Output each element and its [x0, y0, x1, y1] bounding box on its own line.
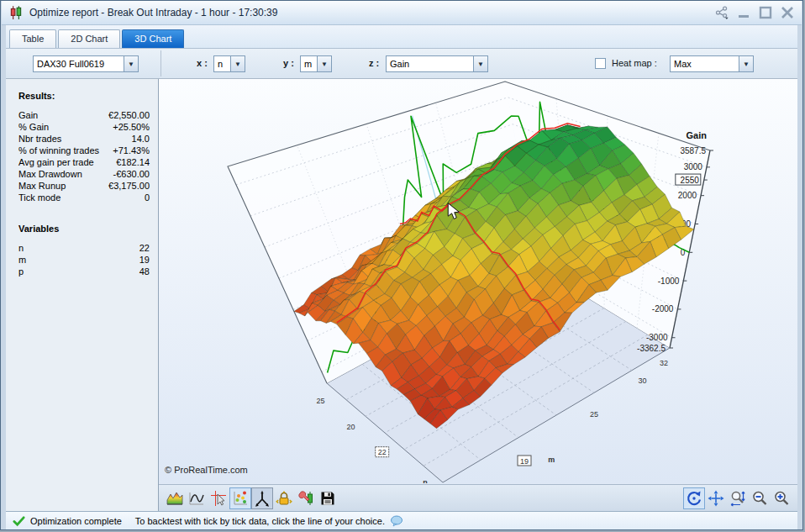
- result-row: % Gain+25.50%: [6, 121, 158, 133]
- chart-area: 3587.530002550200010000-1000-2000-3000-3…: [159, 79, 797, 511]
- tab-3d-chart[interactable]: 3D Chart: [122, 29, 184, 48]
- chevron-down-icon[interactable]: ▼: [739, 56, 753, 71]
- result-value: 14.0: [132, 133, 150, 145]
- svg-text:30: 30: [638, 377, 646, 385]
- zoom-in-button[interactable]: [771, 487, 792, 509]
- variable-label: m: [18, 254, 26, 266]
- svg-text:Gain: Gain: [687, 130, 708, 140]
- result-row: Max Drawdown-€630.00: [6, 168, 158, 180]
- candlestick-icon: [8, 5, 24, 20]
- instrument-select-value: DAX30 Full0619: [34, 59, 124, 69]
- result-value: 0: [145, 192, 150, 203]
- chart-toolbar: [159, 484, 797, 511]
- result-row: % of winning trades+71.43%: [6, 145, 158, 156]
- surface-chart-button[interactable]: [164, 487, 186, 509]
- result-row: Gain€2,550.00: [6, 109, 158, 121]
- copyright-label: © ProRealTime.com: [165, 465, 248, 475]
- toolbar-separator: [160, 50, 161, 76]
- curve-chart-button[interactable]: [186, 487, 208, 509]
- result-row: Avg gain per trade€182.14: [6, 156, 158, 168]
- lock-scale-button[interactable]: [273, 487, 295, 509]
- z-axis-select[interactable]: Gain ▼: [386, 55, 488, 72]
- chevron-down-icon[interactable]: ▼: [124, 56, 138, 71]
- status-message: To backtest with tick by tick data, clic…: [135, 516, 385, 526]
- svg-text:-3000: -3000: [646, 333, 668, 342]
- svg-text:19: 19: [520, 457, 529, 466]
- share-button[interactable]: [714, 5, 729, 20]
- result-label: Nbr trades: [18, 133, 61, 145]
- result-label: Max Runup: [18, 180, 66, 192]
- x-axis-label: x :: [197, 58, 208, 68]
- variable-value: 22: [139, 242, 150, 254]
- x-axis-select-value: n: [214, 59, 230, 69]
- x-axis-select[interactable]: n ▼: [213, 55, 245, 72]
- svg-text:25: 25: [317, 397, 325, 405]
- check-icon: [13, 515, 25, 528]
- variable-label: p: [18, 266, 24, 277]
- result-row: Max Runup€3,175.00: [6, 180, 158, 192]
- instrument-select[interactable]: DAX30 Full0619 ▼: [33, 55, 139, 72]
- minimize-button[interactable]: [736, 5, 751, 20]
- result-value: €3,175.00: [108, 180, 150, 192]
- chat-bubble-icon[interactable]: [390, 514, 403, 528]
- variables-title: Variables: [6, 224, 158, 234]
- svg-text:-2000: -2000: [652, 304, 674, 313]
- variable-row: p48: [6, 266, 158, 277]
- heatmap-mode-select[interactable]: Max ▼: [670, 55, 754, 72]
- scatter-chart-button[interactable]: [229, 487, 251, 509]
- tab-bar: Table2D Chart3D Chart: [6, 25, 797, 49]
- svg-text:n: n: [423, 478, 428, 483]
- crosshair-pointer-button[interactable]: [208, 487, 229, 509]
- axes-3d-button[interactable]: [251, 487, 273, 509]
- result-row: Tick mode0: [6, 192, 158, 203]
- status-text: Optimization complete: [30, 516, 122, 526]
- optimize-report-window: Optimize report - Break Out Intraday - 1…: [0, 0, 803, 530]
- zoom-out-button[interactable]: [749, 487, 771, 509]
- save-button[interactable]: [317, 487, 339, 509]
- chart-options-toolbar: DAX30 Full0619 ▼ x : n ▼ y : m ▼ z : Gai…: [6, 49, 797, 79]
- zoom-range-button[interactable]: [727, 487, 749, 509]
- surface-3d-chart[interactable]: 3587.530002550200010000-1000-2000-3000-3…: [159, 79, 797, 483]
- tab-2d-chart[interactable]: 2D Chart: [58, 29, 120, 48]
- svg-text:22: 22: [378, 448, 387, 456]
- heatmap-checkbox[interactable]: [595, 58, 606, 69]
- y-axis-select[interactable]: m ▼: [300, 55, 332, 72]
- y-axis-label: y :: [283, 58, 294, 68]
- y-axis-select-value: m: [301, 59, 317, 69]
- chevron-down-icon[interactable]: ▼: [317, 56, 331, 71]
- svg-text:2000: 2000: [678, 191, 697, 200]
- title-bar[interactable]: Optimize report - Break Out Intraday - 1…: [2, 1, 802, 25]
- svg-text:20: 20: [346, 423, 355, 431]
- svg-text:32: 32: [660, 359, 668, 367]
- result-value: €182.14: [116, 156, 150, 168]
- maximize-button[interactable]: [758, 5, 773, 20]
- z-axis-select-value: Gain: [387, 59, 473, 69]
- svg-text:2550: 2550: [681, 176, 700, 185]
- svg-text:m: m: [548, 456, 555, 464]
- tab-table[interactable]: Table: [9, 29, 56, 48]
- rotate-button[interactable]: [683, 487, 705, 509]
- heatmap-mode-value: Max: [671, 59, 739, 69]
- result-row: Nbr trades14.0: [6, 133, 158, 145]
- variable-value: 19: [139, 254, 150, 266]
- close-button[interactable]: [780, 5, 795, 20]
- z-axis-label: z :: [369, 58, 379, 68]
- result-label: % of winning trades: [18, 145, 99, 156]
- variable-value: 48: [139, 266, 150, 277]
- results-title: Results:: [6, 91, 158, 101]
- results-panel: Results: Gain€2,550.00% Gain+25.50%Nbr t…: [6, 79, 159, 511]
- result-label: Tick mode: [18, 192, 61, 203]
- svg-text:-1000: -1000: [658, 277, 680, 286]
- variable-row: m19: [6, 254, 158, 266]
- svg-text:3587.5: 3587.5: [680, 146, 706, 155]
- svg-text:3000: 3000: [684, 162, 703, 171]
- strategy-settings-button[interactable]: [295, 487, 317, 509]
- svg-text:25: 25: [590, 410, 598, 419]
- variable-label: n: [18, 242, 24, 254]
- pan-button[interactable]: [705, 487, 727, 509]
- chevron-down-icon[interactable]: ▼: [230, 56, 245, 71]
- result-value: €2,550.00: [108, 109, 150, 121]
- result-value: +25.50%: [113, 121, 150, 133]
- chevron-down-icon[interactable]: ▼: [473, 56, 487, 71]
- result-value: +71.43%: [113, 145, 150, 156]
